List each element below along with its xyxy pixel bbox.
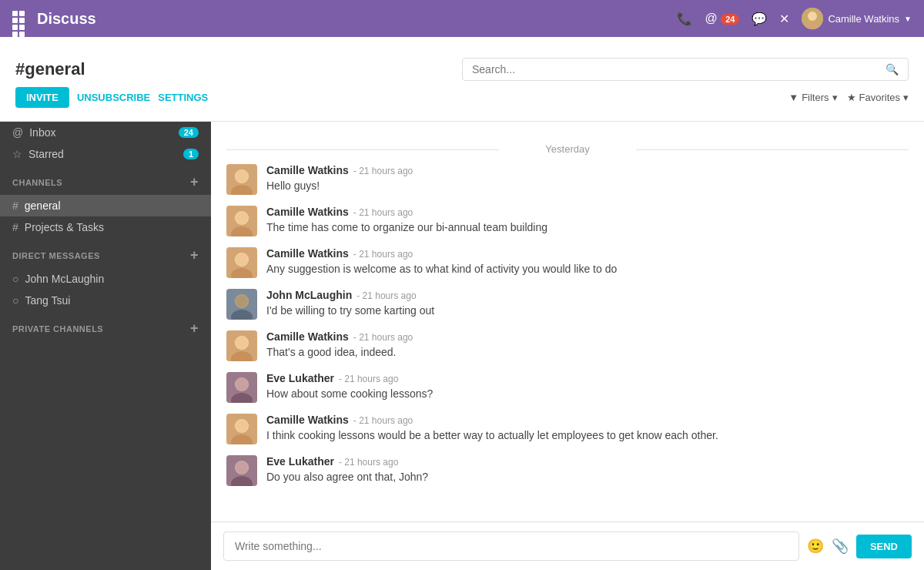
hash-icon-general: # [12, 200, 18, 212]
message-author: John McLaughin [266, 289, 352, 301]
search-icon[interactable]: 🔍 [886, 63, 899, 75]
message-author: Camille Watkins [266, 164, 349, 176]
message-time: - 21 hours ago [339, 374, 398, 384]
invite-button[interactable]: INVITE [15, 87, 69, 108]
channels-section-header: CHANNELS + [0, 165, 211, 195]
svg-point-34 [236, 461, 248, 474]
user-name-label: Camille Watkins [828, 13, 899, 25]
message-header: Camille Watkins - 21 hours ago [266, 414, 909, 426]
message-time: - 21 hours ago [353, 332, 413, 343]
star-icon: ★ [847, 92, 856, 103]
send-button[interactable]: SEND [856, 535, 912, 558]
favorites-dropdown-icon: ▾ [903, 92, 909, 103]
filter-icon: ▼ [788, 92, 798, 103]
inbox-badge: 24 [179, 127, 199, 138]
at-icon: @ [12, 126, 23, 139]
chat-bubble-icon[interactable]: 💬 [752, 12, 767, 26]
chat-area: Yesterday Camille Watkins - 21 hours ago… [211, 122, 924, 570]
message-header: Camille Watkins - 21 hours ago [266, 247, 909, 260]
sidebar-item-projects[interactable]: # Projects & Tasks [0, 216, 211, 238]
message-text: I'd be willing to try some karting out [266, 303, 909, 319]
message-author: Eve Lukather [266, 372, 334, 384]
message-item: Eve Lukather - 21 hours ago How about so… [226, 372, 909, 403]
message-author: Camille Watkins [266, 206, 349, 218]
user-avatar [802, 8, 823, 29]
phone-icon[interactable]: 📞 [677, 12, 692, 26]
message-body: Eve Lukather - 21 hours ago Do you also … [266, 455, 909, 485]
inbox-label: Inbox [29, 126, 179, 139]
emoji-button[interactable]: 🙂 [807, 538, 824, 555]
add-dm-button[interactable]: + [190, 247, 199, 263]
user-info[interactable]: Camille Watkins ▼ [802, 8, 912, 29]
close-icon[interactable]: ✕ [779, 12, 789, 26]
john-dm-label: John McLaughin [25, 273, 199, 285]
sidebar-item-tang[interactable]: ○ Tang Tsui [0, 290, 211, 311]
message-item: Camille Watkins - 21 hours ago Hello guy… [226, 164, 909, 195]
message-time: - 21 hours ago [353, 249, 413, 260]
chat-input-bar: 🙂 📎 SEND [211, 521, 924, 570]
circle-icon-tang: ○ [12, 294, 18, 307]
sidebar-item-inbox[interactable]: @ Inbox 24 [0, 122, 211, 143]
message-header: Camille Watkins - 21 hours ago [266, 164, 909, 176]
sidebar-item-general[interactable]: # general [0, 195, 211, 216]
message-header: Camille Watkins - 21 hours ago [266, 206, 909, 218]
avatar [226, 414, 257, 444]
app-title: Discuss [37, 10, 677, 28]
private-channels-section-header: PRIVATE CHANNELS + [0, 311, 211, 341]
message-body: Eve Lukather - 21 hours ago How about so… [266, 372, 909, 402]
main-layout: @ Inbox 24 ☆ Starred 1 CHANNELS + # gene… [0, 122, 924, 570]
message-text: I think cooking lessons would be a bette… [266, 428, 909, 444]
message-item: Camille Watkins - 21 hours ago I think c… [226, 414, 909, 444]
channel-title: #general [15, 59, 85, 79]
message-time: - 21 hours ago [353, 415, 413, 426]
search-input[interactable] [472, 63, 886, 75]
message-author: Camille Watkins [266, 247, 349, 260]
message-item: Camille Watkins - 21 hours ago The time … [226, 206, 909, 236]
mention-badge: 24 [721, 14, 739, 25]
message-header: Eve Lukather - 21 hours ago [266, 372, 909, 384]
add-channel-button[interactable]: + [190, 174, 199, 190]
date-divider: Yesterday [226, 143, 909, 155]
avatar [226, 247, 257, 278]
svg-point-1 [808, 12, 817, 21]
message-author: Eve Lukather [266, 455, 334, 468]
svg-point-14 [236, 253, 248, 266]
svg-point-6 [236, 170, 248, 183]
message-header: John McLaughin - 21 hours ago [266, 289, 909, 301]
unsubscribe-button[interactable]: UNSUBSCRIBE [77, 92, 150, 103]
sidebar-item-starred[interactable]: ☆ Starred 1 [0, 143, 211, 165]
favorites-button[interactable]: ★ Favorites ▾ [847, 92, 909, 103]
message-text: That's a good idea, indeed. [266, 344, 909, 360]
message-body: John McLaughin - 21 hours ago I'd be wil… [266, 289, 909, 319]
avatar [226, 164, 257, 195]
star-outline-icon: ☆ [12, 148, 22, 160]
message-time: - 21 hours ago [353, 166, 413, 176]
starred-label: Starred [28, 148, 183, 160]
message-item: Camille Watkins - 21 hours ago Any sugge… [226, 247, 909, 278]
add-private-channel-button[interactable]: + [190, 320, 199, 337]
message-body: Camille Watkins - 21 hours ago The time … [266, 206, 909, 236]
message-input[interactable] [223, 531, 799, 561]
svg-point-10 [236, 212, 248, 224]
sidebar-item-john[interactable]: ○ John McLaughin [0, 268, 211, 290]
avatar [226, 206, 257, 236]
left-actions: INVITE UNSUBSCRIBE SETTINGS [15, 87, 208, 108]
filters-button[interactable]: ▼ Filters ▾ [788, 92, 837, 103]
settings-button[interactable]: SETTINGS [158, 92, 208, 103]
message-item: Eve Lukather - 21 hours ago Do you also … [226, 455, 909, 486]
message-header: Eve Lukather - 21 hours ago [266, 455, 909, 468]
attachment-button[interactable]: 📎 [832, 538, 849, 555]
message-item: Camille Watkins - 21 hours ago That's a … [226, 330, 909, 361]
message-body: Camille Watkins - 21 hours ago I think c… [266, 414, 909, 444]
message-author: Camille Watkins [266, 414, 349, 426]
mention-icon[interactable]: @ 24 [705, 12, 739, 25]
message-body: Camille Watkins - 21 hours ago Hello guy… [266, 164, 909, 194]
message-text: The time has come to organize our bi-ann… [266, 220, 909, 236]
circle-icon-john: ○ [12, 273, 18, 285]
message-text: Hello guys! [266, 178, 909, 194]
message-time: - 21 hours ago [339, 457, 398, 468]
message-item: John McLaughin - 21 hours ago I'd be wil… [226, 289, 909, 320]
projects-channel-label: Projects & Tasks [25, 221, 199, 233]
sidebar: @ Inbox 24 ☆ Starred 1 CHANNELS + # gene… [0, 122, 211, 570]
grid-icon[interactable] [12, 11, 28, 26]
